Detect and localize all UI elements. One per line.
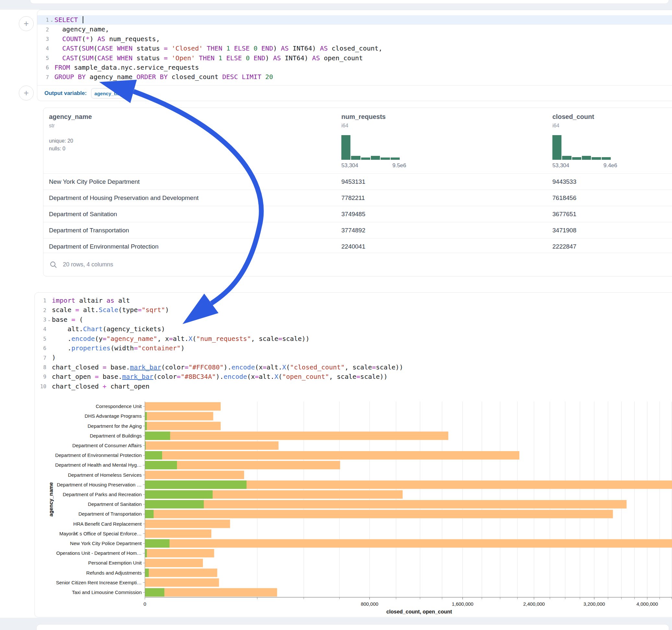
code-text: .properties(width="container") <box>52 343 185 353</box>
closed-count-bar <box>145 421 221 430</box>
closed-count-bar <box>145 568 217 577</box>
y-axis-label: New York City Police Department <box>70 540 142 546</box>
closed-count-bar <box>145 412 213 420</box>
closed-count-bar <box>145 530 211 538</box>
search-icon[interactable] <box>50 261 57 269</box>
code-text: ) <box>52 353 56 362</box>
x-tick-label: 1,600,000 <box>452 601 474 607</box>
line-number: 5 <box>37 55 49 61</box>
closed-count-bar <box>145 470 244 479</box>
y-axis-label: HRA Benefit Card Replacement <box>73 521 142 527</box>
open-count-bar <box>145 432 170 440</box>
code-text: .encode(y="agency_name", x=alt.X("num_re… <box>52 334 310 343</box>
notebook-page: + + 1⌄SELECT 2 agency_name,3 COUNT(*) AS… <box>0 0 672 630</box>
code-line: 5 .encode(y="agency_name", x=alt.X("num_… <box>35 334 672 343</box>
column-type: i64 <box>341 123 386 129</box>
python-cell: 1import altair as alt2scale = alt.Scale(… <box>34 292 672 617</box>
code-fold-icon[interactable]: ⌄ <box>46 318 52 322</box>
y-axis-label: Senior Citizen Rent Increase Exempti… <box>56 580 142 585</box>
sql-cell: 1⌄SELECT 2 agency_name,3 COUNT(*) AS num… <box>37 10 672 101</box>
code-text: import altair as alt <box>52 296 130 305</box>
column-header-agency_name[interactable]: agency_namestrunique: 20nulls: 0 <box>49 113 92 153</box>
code-line: 2scale = alt.Scale(type="sqrt") <box>35 305 672 315</box>
code-line: 6FROM sample_data.nyc.service_requests <box>37 63 672 72</box>
line-number: 10 <box>35 383 46 390</box>
code-text: chart_open = base.mark_bar(color="#8BC34… <box>52 372 388 382</box>
code-line: 3⌄base = ( <box>35 315 672 324</box>
code-text: base = ( <box>52 315 83 324</box>
y-axis-label: Department of Health and Mental Hyg… <box>55 462 142 468</box>
table-cell: Department of Sanitation <box>49 211 117 218</box>
code-text: COUNT(*) AS num_requests, <box>54 34 160 44</box>
code-text: chart_closed + chart_open <box>52 382 149 391</box>
closed-count-bar <box>145 510 613 518</box>
column-header-num_requests[interactable]: num_requestsi64 <box>341 113 386 129</box>
table-cell: 2222847 <box>552 243 576 250</box>
code-line: 8chart_closed = base.mark_bar(color="#FF… <box>35 363 672 372</box>
previous-cell-edge <box>30 0 669 4</box>
table-cell: 9443533 <box>552 178 576 185</box>
column-histogram <box>341 135 400 160</box>
y-axis-label: Department of Buildings <box>90 433 142 438</box>
add-cell-button[interactable]: + <box>19 16 34 31</box>
open-count-bar <box>145 490 213 499</box>
line-number: 6 <box>37 65 49 71</box>
line-number: 8 <box>35 364 46 370</box>
line-number: 2 <box>35 307 46 313</box>
code-text: scale = alt.Scale(type="sqrt") <box>52 305 169 315</box>
closed-count-bar <box>145 539 672 548</box>
line-number: 9 <box>35 374 46 380</box>
column-name: closed_count <box>552 113 594 121</box>
line-number: 7 <box>35 355 46 361</box>
column-header-closed_count[interactable]: closed_counti64 <box>552 113 594 129</box>
text-cursor <box>83 16 83 23</box>
x-axis-title: closed_count, open_count <box>386 609 452 614</box>
y-axis-label: Department of Sanitation <box>88 501 142 507</box>
histogram-bar <box>562 156 571 160</box>
output-variable-label: Output variable: <box>44 90 87 97</box>
open-count-bar <box>145 500 204 508</box>
x-tick-label: 0 <box>144 601 146 607</box>
sql-code-editor[interactable]: 1⌄SELECT 2 agency_name,3 COUNT(*) AS num… <box>37 15 672 82</box>
line-number: 6 <box>35 345 46 351</box>
table-row: New York City Police Department945313194… <box>44 173 672 190</box>
output-variable-pill[interactable]: agency_tickets <box>91 88 131 98</box>
histogram-bar <box>371 156 380 160</box>
line-number: 7 <box>37 74 49 80</box>
code-text: chart_closed = base.mark_bar(color="#FFC… <box>52 363 403 372</box>
histogram-bar <box>592 157 601 160</box>
closed-count-bar <box>145 402 221 411</box>
closed-count-bar <box>145 588 277 597</box>
code-line: 9chart_open = base.mark_bar(color="#8BC3… <box>35 372 672 382</box>
histogram-bar <box>582 156 591 160</box>
python-code-editor[interactable]: 1import altair as alt2scale = alt.Scale(… <box>35 296 672 391</box>
open-count-bar <box>145 412 147 420</box>
code-line: 1⌄SELECT <box>37 15 672 25</box>
code-text: GROUP BY agency_name ORDER BY closed_cou… <box>54 72 273 82</box>
histogram-bar <box>361 158 370 160</box>
output-variable-value: agency_tickets <box>94 91 129 96</box>
next-cell-edge <box>36 624 669 630</box>
table-row: Department of Housing Preservation and D… <box>44 190 672 206</box>
open-count-bar <box>145 421 147 430</box>
y-axis-label: Department for the Aging <box>88 423 142 429</box>
code-line: 10chart_closed + chart_open <box>35 382 672 391</box>
add-cell-button[interactable]: + <box>19 86 34 100</box>
table-cell: 9453131 <box>341 178 365 185</box>
open-count-bar <box>145 549 147 557</box>
closed-count-bar <box>145 451 519 460</box>
code-fold-icon[interactable]: ⌄ <box>49 18 54 23</box>
line-number: 1 <box>37 17 49 23</box>
open-count-bar <box>145 510 154 518</box>
histogram-bar <box>351 156 360 160</box>
closed-count-bar <box>145 559 203 567</box>
table-body: New York City Police Department945313194… <box>44 173 672 255</box>
column-histogram <box>552 135 611 160</box>
y-axis-label: Correspondence Unit <box>96 404 142 409</box>
y-axis-label: Refunds and Adjustments <box>86 570 142 576</box>
closed-count-bar <box>145 519 230 528</box>
open-count-bar <box>145 481 247 489</box>
line-number: 3 <box>37 36 49 42</box>
histogram-bar <box>381 158 390 160</box>
table-cell: New York City Police Department <box>49 178 140 185</box>
